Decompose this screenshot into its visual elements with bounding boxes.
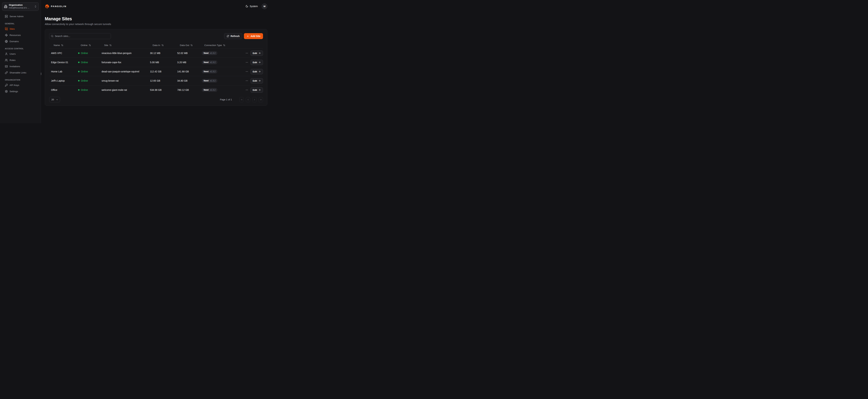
row-menu-button[interactable] [245,61,248,64]
edit-button[interactable]: Edit [250,78,263,84]
sidebar-item-label: Shareable Links [9,71,26,74]
edit-button[interactable]: Edit [250,51,263,56]
connection-type-badge: Newt v1.3.2 [202,88,217,92]
brand-logo[interactable]: PANGOLIN [45,4,66,9]
sites-table: Name Online Site Data In [49,42,263,94]
key-icon [5,84,8,87]
edit-button-label: Edit [253,89,257,91]
sidebar-item-shareable-links[interactable]: Shareable Links [2,70,39,75]
status-badge: Online [78,52,100,55]
cell-site: dead-san-joaquin-antelope-squirrel [100,70,148,73]
cell-online: Online [76,52,100,55]
avatar[interactable]: M [261,3,267,9]
ellipsis-icon [245,70,248,73]
online-dot-icon [78,89,80,91]
column-header-online[interactable]: Online [76,44,100,47]
cell-online: Online [76,61,100,64]
cell-name: Home Lab [49,70,76,73]
search-input[interactable] [49,33,111,39]
user-icon [5,53,8,55]
column-header-data-out[interactable]: Data Out [175,44,200,47]
gear-icon [5,90,8,93]
cell-actions: Edit [243,87,264,93]
page-size-select[interactable]: 20 [49,97,60,102]
refresh-button[interactable]: Refresh [224,33,242,39]
arrow-right-icon [258,70,261,73]
page-size-value: 20 [51,98,54,101]
prev-page-button[interactable] [246,97,250,102]
online-dot-icon [78,71,80,72]
sort-icon [190,44,193,47]
row-menu-button[interactable] [245,70,248,73]
sidebar-item-roles[interactable]: Roles [2,58,39,63]
row-menu-button[interactable] [245,79,248,82]
sidebar-scrollbar-thumb[interactable] [41,72,41,75]
connection-type-badge: Newt v1.3.2 [202,70,217,73]
next-page-button[interactable] [252,97,256,102]
cell-data-in: 12.65 GB [148,79,175,82]
online-dot-icon [78,80,80,82]
cell-data-in: 5.00 MB [148,61,175,64]
online-dot-icon [78,62,80,63]
status-badge: Online [78,79,100,82]
first-page-button[interactable] [239,97,244,102]
page-label: Page 1 of 1 [220,98,232,101]
column-header-name[interactable]: Name [49,44,76,47]
cell-data-out: 780.12 GB [175,89,200,91]
refresh-label: Refresh [230,35,240,37]
sidebar-item-settings[interactable]: Settings [2,89,39,94]
connection-type-version: v1.3.2 [210,89,216,91]
add-site-label: Add Site [250,35,260,37]
connection-type-badge: Newt v1.3.2 [202,60,217,64]
column-header-data-in[interactable]: Data In [148,44,175,47]
column-header-connection-type[interactable]: Connection Type [200,44,243,47]
sidebar-item-invitations[interactable]: Invitations [2,64,39,69]
column-label: Site [104,44,108,47]
cell-connection-type: Newt v1.3.2 [200,51,243,55]
sidebar-item-sites[interactable]: Sites [2,26,39,31]
status-label: Online [81,79,88,82]
sidebar-item-server-admin[interactable]: Server Admin [2,14,39,19]
column-label: Online [81,44,88,47]
edit-button[interactable]: Edit [250,87,263,93]
page-head: Manage Sites Allow connectivity to your … [45,16,267,26]
table-body: AWS VPC Online vivacious-little-blue-pen… [49,49,263,94]
table-row: Home Lab Online dead-san-joaquin-antelop… [49,67,263,76]
cell-name: Edge Device 01 [49,61,76,64]
status-badge: Online [78,89,100,91]
sidebar-item-api-keys[interactable]: API Keys [2,83,39,88]
column-header-site[interactable]: Site [100,44,148,47]
cell-connection-type: Newt v1.3.2 [200,60,243,64]
connection-type-version: v1.3.2 [210,61,216,64]
edit-button[interactable]: Edit [250,60,263,65]
sidebar-item-label: Resources [9,34,21,36]
sidebar-item-resources[interactable]: Resources [2,33,39,38]
connection-type-version: v1.3.2 [210,52,216,54]
last-page-button[interactable] [259,97,263,102]
sidebar: Organization milo@fossorial.io's ... Ser… [0,0,41,123]
cell-data-out: 3.20 MB [175,61,200,64]
sidebar-item-users[interactable]: Users [2,52,39,56]
sidebar-item-label: Roles [9,59,16,61]
chevrons-up-down-icon [34,5,37,8]
status-label: Online [81,89,88,91]
row-menu-button[interactable] [245,52,248,55]
main-area: PANGOLIN System M Manage Sites Allow con… [41,0,272,123]
row-menu-button[interactable] [245,89,248,91]
sites-toolbar: Refresh Add Site [49,33,263,39]
column-label: Name [54,44,60,47]
edit-button[interactable]: Edit [250,69,263,74]
theme-toggle[interactable]: System [245,5,258,8]
sidebar-item-label: Invitations [9,65,20,68]
sidebar-item-label: Domains [9,40,19,43]
sidebar-item-domains[interactable]: Domains [2,39,39,44]
org-selector[interactable]: Organization milo@fossorial.io's ... [2,2,39,11]
add-site-button[interactable]: Add Site [244,33,263,39]
sort-icon [110,44,112,47]
cell-data-in: 30.12 MB [148,52,175,55]
table-header-row: Name Online Site Data In [49,42,263,49]
cell-online: Online [76,89,100,91]
online-dot-icon [78,53,80,54]
connection-type-name: Newt [204,70,209,73]
users-icon [5,59,8,62]
